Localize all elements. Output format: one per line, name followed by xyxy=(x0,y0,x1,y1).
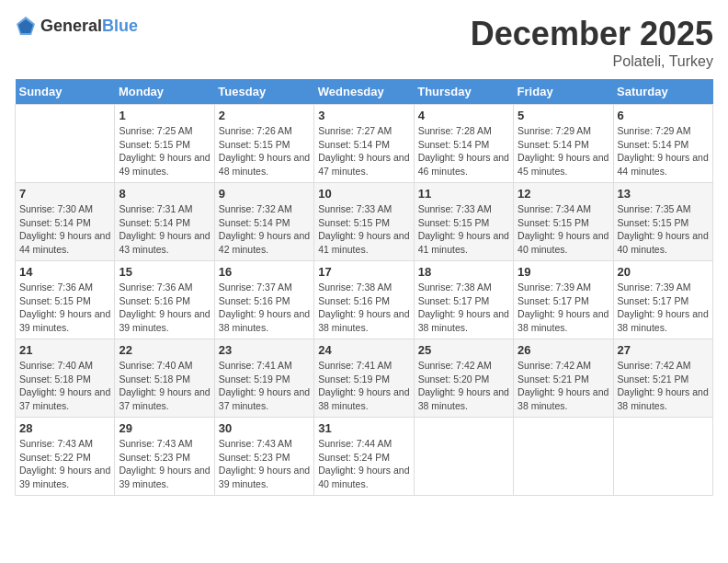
day-number: 20 xyxy=(618,265,709,279)
table-row xyxy=(414,418,513,496)
day-info: Sunrise: 7:30 AMSunset: 5:14 PMDaylight:… xyxy=(19,202,110,257)
day-number: 31 xyxy=(318,421,409,435)
day-number: 12 xyxy=(518,187,609,201)
day-info: Sunrise: 7:42 AMSunset: 5:21 PMDaylight:… xyxy=(518,359,609,413)
day-info: Sunrise: 7:38 AMSunset: 5:16 PMDaylight:… xyxy=(318,281,409,335)
day-info: Sunrise: 7:26 AMSunset: 5:15 PMDaylight:… xyxy=(219,124,310,178)
day-info: Sunrise: 7:42 AMSunset: 5:21 PMDaylight:… xyxy=(618,359,709,413)
day-number: 17 xyxy=(318,265,409,279)
day-number: 4 xyxy=(418,109,509,122)
day-info: Sunrise: 7:36 AMSunset: 5:15 PMDaylight:… xyxy=(19,281,110,335)
day-number: 10 xyxy=(318,187,409,201)
table-row: 24 Sunrise: 7:41 AMSunset: 5:19 PMDaylig… xyxy=(314,339,414,418)
day-number: 8 xyxy=(119,187,210,201)
day-info: Sunrise: 7:36 AMSunset: 5:16 PMDaylight:… xyxy=(119,281,210,335)
day-info: Sunrise: 7:32 AMSunset: 5:14 PMDaylight:… xyxy=(219,202,310,257)
table-row: 19 Sunrise: 7:39 AMSunset: 5:17 PMDaylig… xyxy=(514,261,613,339)
table-row: 12 Sunrise: 7:34 AMSunset: 5:15 PMDaylig… xyxy=(514,183,613,261)
page-header: GeneralBlue December 2025 Polateli, Turk… xyxy=(15,15,713,70)
table-row: 2 Sunrise: 7:26 AMSunset: 5:15 PMDayligh… xyxy=(214,105,313,183)
calendar-week-4: 21 Sunrise: 7:40 AMSunset: 5:18 PMDaylig… xyxy=(16,339,713,418)
day-info: Sunrise: 7:43 AMSunset: 5:23 PMDaylight:… xyxy=(119,437,210,491)
day-info: Sunrise: 7:42 AMSunset: 5:20 PMDaylight:… xyxy=(418,359,509,413)
day-number: 2 xyxy=(219,109,310,122)
day-info: Sunrise: 7:43 AMSunset: 5:22 PMDaylight:… xyxy=(19,437,110,491)
day-info: Sunrise: 7:37 AMSunset: 5:16 PMDaylight:… xyxy=(219,281,310,335)
day-number: 7 xyxy=(19,187,110,201)
logo-icon xyxy=(15,15,37,37)
day-number: 5 xyxy=(518,109,609,122)
logo: GeneralBlue xyxy=(15,15,138,37)
table-row: 3 Sunrise: 7:27 AMSunset: 5:14 PMDayligh… xyxy=(314,105,414,183)
day-info: Sunrise: 7:34 AMSunset: 5:15 PMDaylight:… xyxy=(518,202,609,257)
calendar-week-3: 14 Sunrise: 7:36 AMSunset: 5:15 PMDaylig… xyxy=(16,261,713,339)
logo-text: GeneralBlue xyxy=(40,17,138,36)
table-row: 17 Sunrise: 7:38 AMSunset: 5:16 PMDaylig… xyxy=(314,261,414,339)
day-info: Sunrise: 7:29 AMSunset: 5:14 PMDaylight:… xyxy=(518,124,609,178)
day-number: 21 xyxy=(19,343,110,357)
table-row xyxy=(16,105,115,183)
table-row: 20 Sunrise: 7:39 AMSunset: 5:17 PMDaylig… xyxy=(613,261,712,339)
calendar-table: Sunday Monday Tuesday Wednesday Thursday… xyxy=(15,79,713,496)
day-number: 25 xyxy=(418,343,509,357)
day-number: 16 xyxy=(219,265,310,279)
table-row: 9 Sunrise: 7:32 AMSunset: 5:14 PMDayligh… xyxy=(214,183,313,261)
day-info: Sunrise: 7:31 AMSunset: 5:14 PMDaylight:… xyxy=(119,202,210,257)
calendar-week-2: 7 Sunrise: 7:30 AMSunset: 5:14 PMDayligh… xyxy=(16,183,713,261)
day-info: Sunrise: 7:39 AMSunset: 5:17 PMDaylight:… xyxy=(518,281,609,335)
table-row: 14 Sunrise: 7:36 AMSunset: 5:15 PMDaylig… xyxy=(16,261,115,339)
day-number: 15 xyxy=(119,265,210,279)
day-info: Sunrise: 7:29 AMSunset: 5:14 PMDaylight:… xyxy=(618,124,709,178)
day-number: 13 xyxy=(618,187,709,201)
header-sunday: Sunday xyxy=(16,79,115,105)
table-row: 23 Sunrise: 7:41 AMSunset: 5:19 PMDaylig… xyxy=(214,339,313,418)
day-number: 3 xyxy=(318,109,409,122)
table-row: 1 Sunrise: 7:25 AMSunset: 5:15 PMDayligh… xyxy=(115,105,214,183)
day-info: Sunrise: 7:33 AMSunset: 5:15 PMDaylight:… xyxy=(318,202,409,257)
table-row: 28 Sunrise: 7:43 AMSunset: 5:22 PMDaylig… xyxy=(16,418,115,496)
table-row: 27 Sunrise: 7:42 AMSunset: 5:21 PMDaylig… xyxy=(613,339,712,418)
table-row: 10 Sunrise: 7:33 AMSunset: 5:15 PMDaylig… xyxy=(314,183,414,261)
logo-blue: Blue xyxy=(102,17,138,35)
table-row: 4 Sunrise: 7:28 AMSunset: 5:14 PMDayligh… xyxy=(414,105,513,183)
day-number: 18 xyxy=(418,265,509,279)
header-thursday: Thursday xyxy=(414,79,513,105)
calendar-header-row: Sunday Monday Tuesday Wednesday Thursday… xyxy=(16,79,713,105)
table-row: 11 Sunrise: 7:33 AMSunset: 5:15 PMDaylig… xyxy=(414,183,513,261)
table-row: 13 Sunrise: 7:35 AMSunset: 5:15 PMDaylig… xyxy=(613,183,712,261)
day-info: Sunrise: 7:27 AMSunset: 5:14 PMDaylight:… xyxy=(318,124,409,178)
calendar-week-1: 1 Sunrise: 7:25 AMSunset: 5:15 PMDayligh… xyxy=(16,105,713,183)
day-info: Sunrise: 7:38 AMSunset: 5:17 PMDaylight:… xyxy=(418,281,509,335)
table-row: 16 Sunrise: 7:37 AMSunset: 5:16 PMDaylig… xyxy=(214,261,313,339)
day-info: Sunrise: 7:43 AMSunset: 5:23 PMDaylight:… xyxy=(219,437,310,491)
table-row: 5 Sunrise: 7:29 AMSunset: 5:14 PMDayligh… xyxy=(514,105,613,183)
table-row: 22 Sunrise: 7:40 AMSunset: 5:18 PMDaylig… xyxy=(115,339,214,418)
day-number: 9 xyxy=(219,187,310,201)
header-tuesday: Tuesday xyxy=(214,79,313,105)
day-number: 30 xyxy=(219,421,310,435)
day-number: 26 xyxy=(518,343,609,357)
day-info: Sunrise: 7:44 AMSunset: 5:24 PMDaylight:… xyxy=(318,437,409,491)
day-info: Sunrise: 7:40 AMSunset: 5:18 PMDaylight:… xyxy=(119,359,210,413)
day-info: Sunrise: 7:35 AMSunset: 5:15 PMDaylight:… xyxy=(618,202,709,257)
header-friday: Friday xyxy=(514,79,613,105)
calendar-week-5: 28 Sunrise: 7:43 AMSunset: 5:22 PMDaylig… xyxy=(16,418,713,496)
day-number: 28 xyxy=(19,421,110,435)
table-row: 31 Sunrise: 7:44 AMSunset: 5:24 PMDaylig… xyxy=(314,418,414,496)
day-info: Sunrise: 7:40 AMSunset: 5:18 PMDaylight:… xyxy=(19,359,110,413)
title-area: December 2025 Polateli, Turkey xyxy=(471,15,713,70)
header-saturday: Saturday xyxy=(613,79,712,105)
day-number: 23 xyxy=(219,343,310,357)
day-info: Sunrise: 7:33 AMSunset: 5:15 PMDaylight:… xyxy=(418,202,509,257)
day-info: Sunrise: 7:25 AMSunset: 5:15 PMDaylight:… xyxy=(119,124,210,178)
day-number: 19 xyxy=(518,265,609,279)
day-number: 11 xyxy=(418,187,509,201)
day-info: Sunrise: 7:41 AMSunset: 5:19 PMDaylight:… xyxy=(318,359,409,413)
month-title: December 2025 xyxy=(471,15,713,53)
table-row: 15 Sunrise: 7:36 AMSunset: 5:16 PMDaylig… xyxy=(115,261,214,339)
day-number: 24 xyxy=(318,343,409,357)
table-row: 25 Sunrise: 7:42 AMSunset: 5:20 PMDaylig… xyxy=(414,339,513,418)
day-info: Sunrise: 7:41 AMSunset: 5:19 PMDaylight:… xyxy=(219,359,310,413)
logo-general: General xyxy=(40,17,102,35)
day-info: Sunrise: 7:28 AMSunset: 5:14 PMDaylight:… xyxy=(418,124,509,178)
